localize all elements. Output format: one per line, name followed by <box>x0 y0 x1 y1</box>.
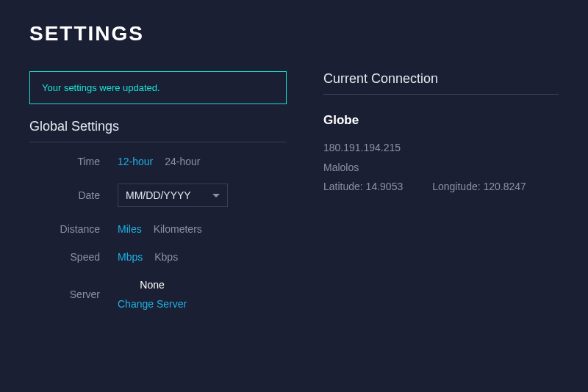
speed-row: Speed Mbps Kbps <box>29 251 287 263</box>
chevron-down-icon <box>212 194 220 197</box>
success-alert-text: Your settings were updated. <box>42 82 160 93</box>
current-connection-heading: Current Connection <box>323 71 559 95</box>
speed-label: Speed <box>29 251 118 263</box>
page-title: SETTINGS <box>29 22 559 46</box>
distance-label: Distance <box>29 223 118 235</box>
server-row: Server None Change Server <box>29 279 287 310</box>
city: Malolos <box>323 158 559 178</box>
server-value: None <box>140 279 164 291</box>
content-columns: Your settings were updated. Global Setti… <box>29 71 559 326</box>
speed-option-mbps[interactable]: Mbps <box>118 251 143 263</box>
success-alert: Your settings were updated. <box>29 71 287 104</box>
date-format-selected: MM/DD/YYYY <box>126 189 191 201</box>
date-format-select[interactable]: MM/DD/YYYY <box>118 184 228 207</box>
server-label: Server <box>29 288 118 300</box>
date-row: Date MM/DD/YYYY <box>29 184 287 207</box>
longitude: Longitude: 120.8247 <box>432 177 526 197</box>
isp-name: Globe <box>323 113 559 128</box>
date-label: Date <box>29 189 118 201</box>
distance-option-miles[interactable]: Miles <box>118 223 142 235</box>
time-option-12-hour[interactable]: 12-hour <box>118 156 153 167</box>
right-column: Current Connection Globe 180.191.194.215… <box>323 71 559 326</box>
distance-option-kilometers[interactable]: Kilometers <box>154 223 202 235</box>
speed-option-kbps[interactable]: Kbps <box>154 251 178 263</box>
left-column: Your settings were updated. Global Setti… <box>29 71 287 326</box>
time-label: Time <box>29 156 118 167</box>
ip-address: 180.191.194.215 <box>323 138 559 158</box>
distance-row: Distance Miles Kilometers <box>29 223 287 235</box>
latitude: Latitude: 14.9053 <box>323 177 403 197</box>
global-settings-heading: Global Settings <box>29 119 287 142</box>
change-server-link[interactable]: Change Server <box>118 298 187 310</box>
connection-info: 180.191.194.215 Malolos Latitude: 14.905… <box>323 138 559 197</box>
settings-rows: Time 12-hour 24-hour Date MM/DD/YYYY Dis… <box>29 156 287 310</box>
time-option-24-hour[interactable]: 24-hour <box>165 156 200 167</box>
time-row: Time 12-hour 24-hour <box>29 156 287 167</box>
